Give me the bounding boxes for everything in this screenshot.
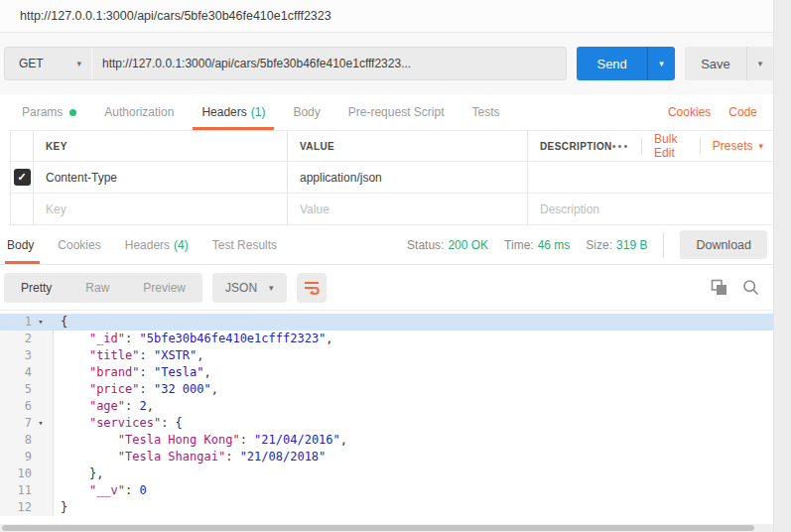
- tab-params-label: Params: [22, 105, 63, 119]
- view-mode-raw[interactable]: Raw: [68, 273, 126, 303]
- tab-pre-request-script-label: Pre-request Script: [348, 105, 445, 119]
- format-dropdown[interactable]: JSON ▾: [212, 273, 287, 303]
- horizontal-scrollbar[interactable]: [0, 524, 773, 532]
- description-column-header: DESCRIPTION ••• Bulk Edit Presets ▾: [528, 130, 773, 162]
- divider: [641, 137, 642, 155]
- chevron-down-icon: ▾: [659, 59, 664, 68]
- response-tab-cookies-label: Cookies: [58, 238, 100, 252]
- value-column-label: VALUE: [300, 141, 334, 152]
- header-value-value: application/json: [300, 171, 382, 185]
- code-line: 5 "price": "32 000",: [0, 381, 773, 398]
- tab-headers[interactable]: Headers (1): [188, 94, 279, 130]
- code-line: 8 "Tesla Hong Kong": "21/04/2016",: [0, 432, 773, 449]
- code-line-text: "Tesla Hong Kong": "21/04/2016",: [54, 432, 347, 449]
- headers-table: KEY VALUE DESCRIPTION ••• Bulk Edit Pres…: [0, 130, 773, 225]
- code-line-text: "title": "XSTR",: [54, 347, 204, 364]
- response-toolbar: Pretty Raw Preview JSON ▾: [0, 265, 773, 311]
- response-tab-body[interactable]: Body: [5, 225, 46, 264]
- save-button[interactable]: Save ▾: [685, 47, 773, 80]
- url-input[interactable]: [92, 48, 566, 79]
- line-number: 4: [0, 364, 32, 381]
- send-button[interactable]: Send ▾: [577, 47, 675, 80]
- row-checkbox-cell: ✓: [10, 162, 34, 194]
- line-number: 2: [0, 331, 32, 347]
- method-label: GET: [19, 57, 44, 70]
- time-indicator: Time: 46 ms: [504, 238, 570, 252]
- new-value-cell[interactable]: Value: [288, 194, 528, 225]
- bulk-edit-link[interactable]: Bulk Edit: [654, 132, 688, 160]
- view-mode-pretty[interactable]: Pretty: [4, 273, 68, 303]
- line-gutter: 9: [0, 449, 54, 466]
- save-label[interactable]: Save: [685, 47, 746, 80]
- key-column-header: KEY: [34, 130, 288, 162]
- horizontal-scrollbar-thumb[interactable]: [2, 525, 754, 531]
- code-link[interactable]: Code: [728, 105, 757, 119]
- response-tab-headers-count: (4): [174, 238, 189, 252]
- tab-authorization[interactable]: Authorization: [90, 94, 188, 130]
- window-scrollbar-track[interactable]: [774, 0, 791, 532]
- presets-dropdown[interactable]: Presets ▾: [713, 139, 763, 153]
- code-line-text: "_id": "5bfe30b46fe410e1cfff2323",: [54, 331, 333, 347]
- line-number: 10: [0, 466, 32, 482]
- line-number: 9: [0, 449, 32, 466]
- code-line-text: "services": {: [54, 415, 183, 432]
- checkbox-checked[interactable]: ✓: [14, 169, 31, 186]
- fold-spacer: [32, 499, 50, 516]
- chevron-down-icon: ▾: [269, 283, 274, 293]
- fold-arrow-icon[interactable]: ▾: [32, 415, 50, 432]
- code-line: 7▾ "services": {: [0, 415, 773, 432]
- code-line: 11 "__v": 0: [0, 482, 773, 499]
- chevron-down-icon: ▾: [76, 59, 81, 68]
- tab-params[interactable]: Params: [8, 94, 90, 130]
- fold-spacer: [32, 466, 50, 482]
- description-placeholder: Description: [540, 202, 599, 216]
- tab-body[interactable]: Body: [279, 94, 333, 130]
- code-line-text: "price": "32 000",: [54, 381, 218, 398]
- wrap-text-button[interactable]: [297, 273, 327, 303]
- copy-button[interactable]: [711, 279, 727, 296]
- code-line-text: {: [54, 314, 67, 331]
- line-number: 7: [0, 415, 32, 432]
- code-line-text: }: [54, 499, 67, 516]
- code-line-text: },: [54, 466, 103, 482]
- download-button[interactable]: Download: [680, 230, 767, 259]
- value-placeholder: Value: [300, 202, 330, 216]
- code-line-text: "__v": 0: [54, 482, 147, 499]
- line-gutter: 8: [0, 432, 54, 449]
- new-key-cell[interactable]: Key: [34, 194, 288, 225]
- format-label: JSON: [225, 281, 257, 295]
- table-row-placeholder: Key Value Description: [0, 194, 773, 225]
- params-active-dot: [69, 109, 76, 116]
- tab-tests[interactable]: Tests: [458, 94, 513, 130]
- size-label: Size:: [586, 238, 612, 252]
- send-label[interactable]: Send: [577, 47, 647, 80]
- fold-arrow-icon[interactable]: ▾: [32, 314, 50, 331]
- tab-pre-request-script[interactable]: Pre-request Script: [334, 94, 459, 130]
- line-gutter: 1▾: [0, 314, 54, 331]
- view-mode-preview[interactable]: Preview: [126, 273, 202, 303]
- url-control: GET ▾: [4, 47, 567, 80]
- more-options-icon[interactable]: •••: [612, 140, 630, 152]
- method-dropdown[interactable]: GET ▾: [5, 48, 92, 79]
- header-value-cell[interactable]: application/json: [288, 162, 528, 194]
- header-key-cell[interactable]: Content-Type: [34, 162, 288, 194]
- cookies-link[interactable]: Cookies: [668, 105, 711, 119]
- response-tab-headers[interactable]: Headers (4): [113, 225, 200, 264]
- line-number: 3: [0, 347, 32, 364]
- chevron-down-icon: ▾: [758, 141, 763, 151]
- response-tab-test-results[interactable]: Test Results: [200, 225, 289, 264]
- new-description-cell[interactable]: Description: [528, 194, 773, 225]
- save-options-caret[interactable]: ▾: [746, 47, 773, 80]
- request-tab-title: http://127.0.0.1:3000/api/cars/5bfe30b46…: [20, 9, 331, 23]
- response-tab-headers-label: Headers: [125, 238, 170, 252]
- search-button[interactable]: [742, 279, 759, 296]
- line-number: 12: [0, 499, 32, 516]
- header-description-cell[interactable]: [528, 162, 773, 194]
- view-mode-switch: Pretty Raw Preview: [4, 273, 202, 303]
- send-options-caret[interactable]: ▾: [647, 47, 675, 80]
- code-lines: 1▾{2 "_id": "5bfe30b46fe410e1cfff2323",3…: [0, 311, 773, 516]
- divider: [700, 137, 701, 155]
- response-tab-cookies[interactable]: Cookies: [46, 225, 112, 264]
- copy-icon: [711, 279, 727, 296]
- size-value: 319 B: [616, 238, 647, 252]
